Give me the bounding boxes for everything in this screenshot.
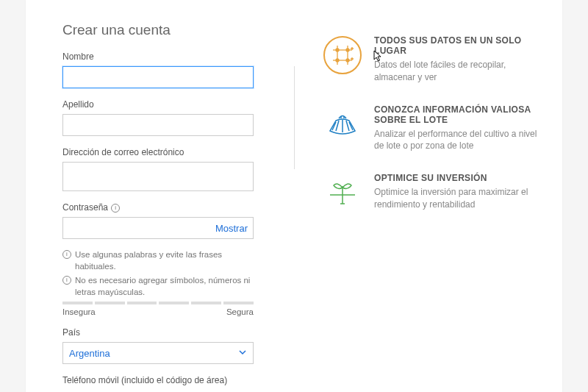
svg-point-0 bbox=[324, 37, 361, 74]
password-hint-1: Use algunas palabras y evite las frases … bbox=[75, 249, 254, 272]
last-name-label: Apellido bbox=[62, 99, 254, 110]
feature-item: CONOZCA INFORMACIÓN VALIOSA SOBRE EL LOT… bbox=[323, 104, 537, 153]
field-analysis-icon bbox=[323, 104, 362, 144]
svg-point-7 bbox=[336, 59, 339, 62]
strength-weak-label: Insegura bbox=[62, 307, 96, 316]
info-icon: i bbox=[62, 250, 71, 259]
feature-item: TODOS SUS DATOS EN UN SOLO LUGAR Datos d… bbox=[323, 35, 537, 84]
chevron-down-icon bbox=[238, 348, 247, 359]
feature-desc: Datos del lote fáciles de recopilar, alm… bbox=[374, 59, 537, 84]
feature-title: TODOS SUS DATOS EN UN SOLO LUGAR bbox=[374, 35, 537, 56]
vertical-divider bbox=[294, 66, 295, 169]
svg-point-8 bbox=[346, 59, 349, 62]
first-name-label: Nombre bbox=[62, 51, 254, 62]
password-label-text: Contraseña bbox=[62, 202, 108, 213]
strength-strong-label: Segura bbox=[226, 307, 254, 316]
last-name-input[interactable] bbox=[62, 114, 254, 136]
show-password-button[interactable]: Mostrar bbox=[215, 223, 248, 234]
signup-form: Crear una cuenta Nombre Apellido Direcci… bbox=[62, 22, 254, 392]
email-input[interactable] bbox=[62, 162, 254, 191]
feature-desc: Analizar el performance del cultivo a ni… bbox=[374, 128, 537, 153]
password-strength-meter bbox=[62, 302, 254, 304]
features-list: TODOS SUS DATOS EN UN SOLO LUGAR Datos d… bbox=[323, 22, 559, 392]
password-label: Contraseña i bbox=[62, 202, 254, 213]
page-title: Crear una cuenta bbox=[62, 22, 254, 38]
svg-line-10 bbox=[336, 121, 339, 131]
country-value: Argentina bbox=[69, 348, 110, 359]
data-points-icon bbox=[323, 35, 362, 75]
phone-label: Teléfono móvil (incluido el código de ár… bbox=[62, 375, 254, 385]
plant-growth-icon bbox=[323, 173, 362, 213]
password-hint-2: No es necesario agregar símbolos, número… bbox=[75, 275, 254, 298]
svg-point-6 bbox=[346, 49, 349, 51]
country-label: País bbox=[62, 327, 254, 338]
svg-line-12 bbox=[346, 121, 349, 131]
feature-title: OPTIMICE SU INVERSIÓN bbox=[374, 173, 537, 183]
feature-title: CONOZCA INFORMACIÓN VALIOSA SOBRE EL LOT… bbox=[374, 104, 537, 125]
country-select[interactable]: Argentina bbox=[62, 342, 254, 364]
svg-point-5 bbox=[336, 49, 339, 51]
info-icon: i bbox=[111, 204, 120, 213]
feature-desc: Optimice la inversión para maximizar el … bbox=[374, 186, 537, 211]
info-icon: i bbox=[62, 276, 71, 285]
email-label: Dirección de correo electrónico bbox=[62, 147, 254, 157]
first-name-input[interactable] bbox=[62, 66, 254, 88]
feature-item: OPTIMICE SU INVERSIÓN Optimice la invers… bbox=[323, 173, 537, 213]
